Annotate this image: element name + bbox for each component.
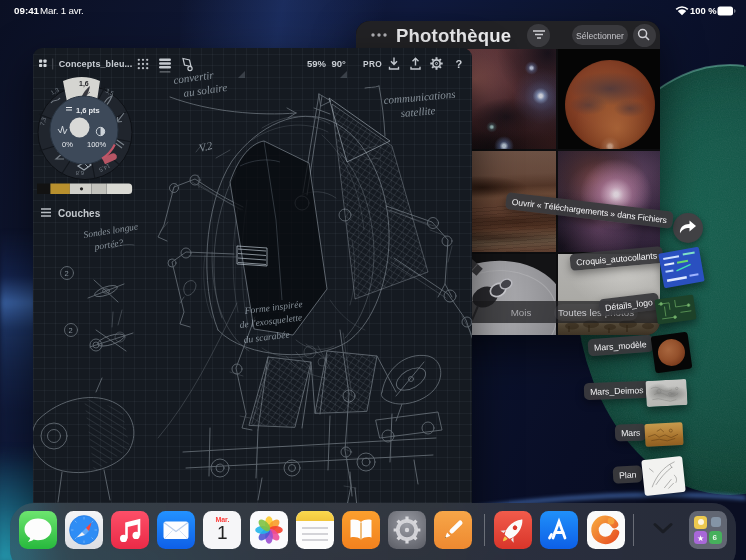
svg-text:?: ? [456,58,463,70]
svg-text:portée?: portée? [93,238,124,253]
svg-text:du scarabée: du scarabée [243,329,290,345]
svg-text:satellite: satellite [400,104,436,119]
svg-text:6,8: 6,8 [75,170,84,176]
svg-text:90°: 90° [332,58,347,69]
svg-text:V.2: V.2 [198,139,215,154]
svg-text:communications: communications [383,88,456,106]
svg-text:2: 2 [69,326,73,335]
svg-text:2: 2 [65,269,69,278]
svg-text:1,6 pts: 1,6 pts [76,106,100,115]
svg-text:Couches: Couches [58,208,101,219]
svg-text:0%: 0% [62,140,73,149]
svg-text:Sondes longue: Sondes longue [83,221,139,240]
svg-text:59%: 59% [307,58,327,69]
svg-text:1,6: 1,6 [79,80,89,88]
svg-text:100%: 100% [87,140,107,149]
svg-text:PRO: PRO [363,59,382,69]
svg-text:Concepts_bleu...: Concepts_bleu... [59,59,133,69]
